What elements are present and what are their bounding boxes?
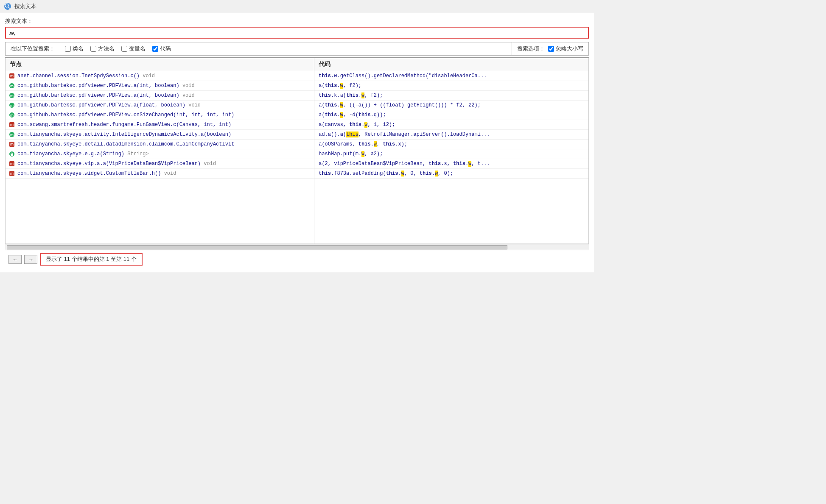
svg-text:m: m: [10, 142, 14, 146]
checkbox-method[interactable]: 方法名: [90, 45, 115, 53]
cb-case-input[interactable]: [548, 46, 554, 52]
code-panel: 代码 this.w.getClass().getDeclaredMethod("…: [314, 58, 588, 244]
horizontal-scrollbar[interactable]: [7, 245, 507, 249]
prev-button[interactable]: ←: [8, 255, 22, 264]
node-item[interactable]: mcom.github.barteksc.pdfviewer.PDFView.a…: [6, 81, 314, 91]
node-icon: m: [9, 161, 15, 167]
node-text: com.github.barteksc.pdfviewer.PDFView.a(…: [17, 102, 201, 108]
node-icon: [9, 151, 15, 157]
cb-class-input[interactable]: [65, 46, 71, 52]
checkbox-class[interactable]: 类名: [65, 45, 84, 53]
node-icon: m: [9, 122, 15, 128]
svg-text:m: m: [10, 133, 14, 137]
node-item[interactable]: com.tianyancha.skyeye.e.g.a(String) Stri…: [6, 149, 314, 159]
svg-text:m: m: [10, 94, 14, 98]
code-item[interactable]: a(2, vipPriceDataBean$VipPriceBean, this…: [314, 159, 588, 169]
svg-text:m: m: [10, 74, 14, 78]
node-item[interactable]: mcom.tianyancha.skyeye.vip.a.a(VipPriceD…: [6, 159, 314, 169]
code-item[interactable]: a(this.w, f2);: [314, 81, 588, 91]
cb-code-input[interactable]: [152, 46, 158, 52]
node-text: com.github.barteksc.pdfviewer.PDFView.on…: [17, 112, 234, 118]
node-item[interactable]: mcom.tianyancha.skyeye.widget.CustomTitl…: [6, 169, 314, 179]
nodes-panel: 节点 manet.channel.session.TnetSpdySession…: [6, 58, 314, 244]
code-item[interactable]: this.f873a.setPadding(this.w, 0, this.w,…: [314, 169, 588, 179]
node-icon: m: [9, 102, 15, 108]
node-item[interactable]: mcom.github.barteksc.pdfviewer.PDFView.a…: [6, 101, 314, 110]
node-item[interactable]: mcom.tianyancha.skyeye.detail.datadimens…: [6, 140, 314, 149]
node-item[interactable]: mcom.github.barteksc.pdfviewer.PDFView.o…: [6, 110, 314, 120]
node-icon: m: [9, 83, 15, 89]
search-label: 搜索文本：: [5, 17, 589, 25]
node-text: com.github.barteksc.pdfviewer.PDFView.a(…: [17, 92, 195, 98]
cb-method-input[interactable]: [90, 46, 96, 52]
node-icon: m: [9, 141, 15, 147]
cb-var-input[interactable]: [121, 46, 127, 52]
search-in-box: 在以下位置搜索： 类名 方法名 变量名 代码: [5, 42, 512, 56]
code-item[interactable]: a(canvas, this.w, i, i2);: [314, 120, 588, 130]
checkbox-case[interactable]: 忽略大小写: [548, 45, 583, 53]
status-box: 显示了 11 个结果中的第 1 至第 11 个: [40, 253, 143, 266]
nodes-list: manet.channel.session.TnetSpdySession.c(…: [6, 71, 314, 179]
code-list: this.w.getClass().getDeclaredMethod("dis…: [314, 71, 588, 179]
node-text: com.tianyancha.skyeye.detail.datadimensi…: [17, 141, 234, 147]
code-item[interactable]: a(this.w, -d(this.q));: [314, 110, 588, 120]
code-header: 代码: [314, 58, 588, 71]
search-options-box: 搜索选项： 忽略大小写: [512, 42, 589, 56]
search-in-label: 在以下位置搜索：: [11, 45, 55, 53]
main-content: 搜索文本： 在以下位置搜索： 类名 方法名 变量名 代码: [0, 13, 594, 272]
status-text: 显示了 11 个结果中的第 1 至第 11 个: [46, 256, 137, 262]
next-button[interactable]: →: [24, 255, 37, 264]
node-icon: m: [9, 92, 15, 98]
node-text: com.tianyancha.skyeye.activity.Intellige…: [17, 132, 231, 137]
node-icon: m: [9, 112, 15, 118]
checkbox-code[interactable]: 代码: [152, 45, 171, 53]
node-item[interactable]: mcom.tianyancha.skyeye.activity.Intellig…: [6, 130, 314, 140]
svg-text:m: m: [10, 113, 14, 118]
code-item[interactable]: a(this.w, ((-a()) + ((float) getHeight()…: [314, 101, 588, 110]
search-input[interactable]: [5, 27, 589, 39]
node-icon: m: [9, 132, 15, 137]
code-item[interactable]: a(oOSParams, this.w, this.x);: [314, 140, 588, 149]
code-item[interactable]: hashMap.put(m.w, a2);: [314, 149, 588, 159]
search-options-label: 搜索选项：: [517, 45, 545, 53]
node-icon: m: [9, 171, 15, 176]
node-icon: m: [9, 73, 15, 79]
nodes-header: 节点: [6, 58, 314, 71]
window-title: 搜索文本: [14, 3, 36, 10]
node-text: com.github.barteksc.pdfviewer.PDFView.a(…: [17, 83, 195, 89]
code-item[interactable]: this.w.getClass().getDeclaredMethod("dis…: [314, 71, 588, 81]
code-item[interactable]: ad.a().a(this, RetrofitManager.apiServer…: [314, 130, 588, 140]
node-item[interactable]: mcom.scwang.smartrefresh.header.fungame.…: [6, 120, 314, 130]
node-text: com.tianyancha.skyeye.vip.a.a(VipPriceDa…: [17, 161, 216, 167]
code-item[interactable]: this.k.a(this.w, f2);: [314, 91, 588, 101]
scrollbar-area[interactable]: [5, 244, 589, 250]
svg-text:m: m: [10, 84, 14, 88]
bottom-bar: ← → 显示了 11 个结果中的第 1 至第 11 个: [5, 250, 589, 268]
node-text: com.tianyancha.skyeye.e.g.a(String) Stri…: [17, 151, 149, 157]
results-container: 节点 manet.channel.session.TnetSpdySession…: [5, 57, 589, 244]
svg-text:m: m: [10, 123, 14, 127]
node-text: com.scwang.smartrefresh.header.fungame.F…: [17, 122, 231, 128]
node-text: com.tianyancha.skyeye.widget.CustomTitle…: [17, 171, 176, 176]
title-bar: 搜索文本: [0, 0, 594, 13]
node-item[interactable]: mcom.github.barteksc.pdfviewer.PDFView.a…: [6, 91, 314, 101]
svg-text:m: m: [10, 162, 14, 166]
svg-text:m: m: [10, 171, 14, 176]
app-icon: [4, 3, 11, 10]
options-row: 在以下位置搜索： 类名 方法名 变量名 代码 搜索选项： 忽略: [5, 42, 589, 56]
node-text: anet.channel.session.TnetSpdySession.c()…: [17, 73, 155, 79]
checkbox-var[interactable]: 变量名: [121, 45, 146, 53]
node-item[interactable]: manet.channel.session.TnetSpdySession.c(…: [6, 71, 314, 81]
svg-text:m: m: [10, 104, 14, 108]
